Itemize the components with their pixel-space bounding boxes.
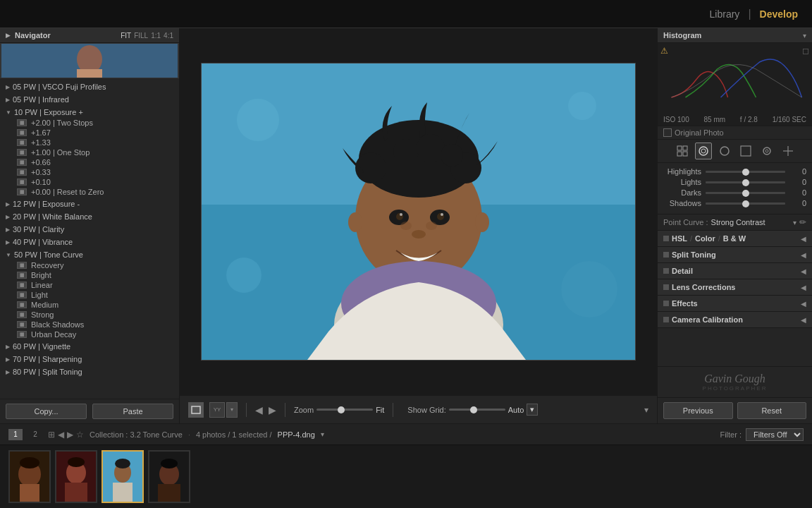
preset-group-header-vibrance[interactable]: ▶ 40 PW | Vibrance <box>0 236 179 248</box>
lights-track[interactable] <box>706 181 785 183</box>
filmstrip-thumb-2[interactable] <box>55 450 97 503</box>
shadows-thumb[interactable] <box>742 200 749 207</box>
view-options-dropdown[interactable]: ▾ <box>226 402 238 418</box>
svg-point-58 <box>161 459 178 468</box>
lens-corrections-expand-icon[interactable]: ◀ <box>801 284 806 291</box>
histogram-chevron[interactable]: ▾ <box>803 32 806 40</box>
hsl-section-header[interactable]: HSL / Color / B & W ◀ <box>658 231 812 246</box>
highlights-thumb[interactable] <box>742 169 749 176</box>
preset-item[interactable]: ▦ Medium <box>0 300 179 310</box>
fit-view-button[interactable] <box>188 402 204 418</box>
preset-group-header-sharpening[interactable]: ▶ 70 PW | Sharpening <box>0 353 179 365</box>
detail-expand-icon[interactable]: ◀ <box>801 267 806 275</box>
original-photo-checkbox[interactable] <box>663 128 672 137</box>
star-icon[interactable]: ☆ <box>76 430 84 440</box>
preset-item[interactable]: ▦ Urban Decay <box>0 329 179 339</box>
grid-thumb[interactable] <box>470 406 477 413</box>
grid-view-icon[interactable]: ⊞ <box>48 430 55 440</box>
shadows-track[interactable] <box>706 202 785 205</box>
reset-button[interactable]: Reset <box>737 402 807 419</box>
zoom-fit[interactable]: FIT <box>121 32 131 40</box>
hsl-expand-icon[interactable]: ◀ <box>801 235 806 243</box>
preset-item[interactable]: ▦ +0.33 <box>0 167 179 177</box>
zoom-custom[interactable]: 4:1 <box>164 32 173 40</box>
filmstrip-thumb-1[interactable] <box>8 450 51 503</box>
svg-point-18 <box>441 213 443 216</box>
preset-item[interactable]: ▦ +2.00 | Two Stops <box>0 118 179 128</box>
preset-item-light[interactable]: ▦ Light <box>0 290 179 300</box>
preset-group-header-infrared[interactable]: ▶ 05 PW | Infrared <box>0 94 179 105</box>
hsl-title-bw[interactable]: B & W <box>723 234 746 243</box>
effects-expand-icon[interactable]: ◀ <box>801 300 806 308</box>
effects-indicator <box>663 301 669 306</box>
grid-track[interactable] <box>449 409 505 411</box>
preset-group-header-v5co[interactable]: ▶ 05 PW | V5CO Fuji Profiles <box>0 81 179 92</box>
darks-track[interactable] <box>706 192 785 194</box>
prev-arrow[interactable]: ◀ <box>255 404 263 416</box>
hsl-title-color[interactable]: Color <box>695 234 715 243</box>
preset-item[interactable]: ▦ Recovery <box>0 260 179 270</box>
detail-tool-icon[interactable] <box>737 143 754 159</box>
lens-corrections-header[interactable]: Lens Corrections ◀ <box>658 279 812 295</box>
next-arrow[interactable]: ▶ <box>269 404 276 416</box>
preset-item[interactable]: ▦ +0.00 | Reset to Zero <box>0 187 179 197</box>
point-curve-dropdown[interactable]: ▾ <box>793 219 796 226</box>
next-photo-icon[interactable]: ▶ <box>67 430 73 440</box>
crop-tool-icon[interactable] <box>695 143 712 159</box>
camera-calibration-expand-icon[interactable]: ◀ <box>801 316 806 324</box>
camera-calibration-header[interactable]: Camera Calibration ◀ <box>658 312 812 327</box>
preset-item[interactable]: ▦ +0.10 <box>0 177 179 187</box>
preset-group-header-vignette[interactable]: ▶ 60 PW | Vignette <box>0 341 179 352</box>
toolbar-expand-icon[interactable]: ▾ <box>644 405 648 415</box>
preset-group-header-tone-curve[interactable]: ▼ 50 PW | Tone Curve <box>0 249 179 260</box>
zoom-track[interactable] <box>316 409 373 411</box>
prev-photo-icon[interactable]: ◀ <box>58 430 64 440</box>
page-num-1[interactable]: 1 <box>8 429 23 440</box>
previous-button[interactable]: Previous <box>663 402 733 419</box>
library-tab[interactable]: Library <box>710 8 740 20</box>
preset-item-bright[interactable]: ▦ Bright <box>0 270 179 280</box>
darks-thumb[interactable] <box>742 190 749 197</box>
lights-thumb[interactable] <box>742 179 749 186</box>
preset-group-header-clarity[interactable]: ▶ 30 PW | Clarity <box>0 224 179 235</box>
hsl-tool-icon[interactable] <box>716 143 733 159</box>
filter-dropdown[interactable]: Filters Off <box>746 428 804 441</box>
preset-item[interactable]: ▦ Strong <box>0 310 179 320</box>
zoom-thumb[interactable] <box>338 406 345 413</box>
effects-header[interactable]: Effects ◀ <box>658 296 812 311</box>
preset-group-header-exposure-plus[interactable]: ▼ 10 PW | Exposure + <box>0 107 179 118</box>
split-toning-header[interactable]: Split Toning ◀ <box>658 247 812 262</box>
grid-options-dropdown[interactable]: ▾ <box>527 404 538 416</box>
preset-group-header-wb[interactable]: ▶ 20 PW | White Balance <box>0 211 179 222</box>
preset-item[interactable]: ▦ +0.66 <box>0 157 179 167</box>
highlights-track[interactable] <box>706 171 785 173</box>
preset-item[interactable]: ▦ +1.00 | One Stop <box>0 147 179 157</box>
preset-item[interactable]: ▦ +1.67 <box>0 128 179 138</box>
preset-item[interactable]: ▦ +1.33 <box>0 138 179 147</box>
page-num-2[interactable]: 2 <box>28 429 42 440</box>
copy-button[interactable]: Copy... <box>6 404 87 419</box>
compare-view-button[interactable]: YY <box>209 402 225 418</box>
paste-button[interactable]: Paste <box>92 404 173 419</box>
filmstrip-thumb-3[interactable] <box>102 450 144 503</box>
preset-group-header-split-toning[interactable]: ▶ 80 PW | Split Toning <box>0 366 179 377</box>
edit-curve-icon[interactable]: ✏ <box>799 217 806 227</box>
preset-group-header-exposure-minus[interactable]: ▶ 12 PW | Exposure - <box>0 198 179 210</box>
zoom-1-1[interactable]: 1:1 <box>151 32 161 40</box>
preset-item[interactable]: ▦ Linear <box>0 280 179 290</box>
preset-item[interactable]: ▦ Black Shadows <box>0 320 179 329</box>
hsl-title-hsl[interactable]: HSL <box>672 234 687 243</box>
filename-dropdown[interactable]: ▾ <box>321 430 324 438</box>
tool-icons-row <box>658 140 812 163</box>
clipping-icon[interactable]: ◻ <box>802 46 809 56</box>
lens-tool-icon[interactable] <box>758 143 775 159</box>
filmstrip-thumb-4[interactable] <box>148 450 190 503</box>
navigator-collapse-icon[interactable]: ▶ <box>6 32 11 39</box>
calibration-tool-icon[interactable] <box>780 143 796 159</box>
zoom-fill[interactable]: FILL <box>134 32 148 40</box>
histogram-warning-icon[interactable]: ⚠ <box>660 46 668 56</box>
grid-tool-icon[interactable] <box>674 143 691 159</box>
split-toning-expand-icon[interactable]: ◀ <box>801 251 806 259</box>
detail-header[interactable]: Detail ◀ <box>658 263 812 279</box>
develop-tab[interactable]: Develop <box>760 8 798 20</box>
